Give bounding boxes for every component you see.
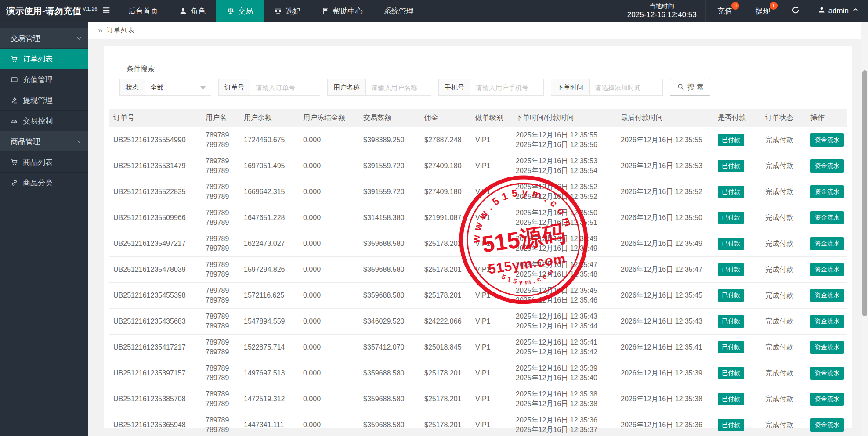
hamburger-icon [102, 6, 111, 16]
paid-status-badge: 已付款 [718, 186, 744, 198]
refresh-button[interactable] [782, 0, 809, 22]
balance-cell: 1597294.826 [239, 257, 299, 283]
order-time-cell: 2025年12月16日 12:35:522025年12月16日 12:35:52 [511, 179, 616, 205]
frozen-cell: 0.000 [299, 153, 359, 179]
sidebar-item-goods-category[interactable]: 商品分类 [0, 173, 88, 193]
balance-cell: 1547894.559 [239, 309, 299, 335]
menu-toggle-button[interactable] [95, 0, 118, 22]
fund-flow-button[interactable]: 资金流水 [810, 367, 844, 380]
sidebar-item-label: 订单列表 [23, 54, 53, 64]
sidebar-item-goods-list[interactable]: 商品列表 [0, 152, 88, 173]
frozen-cell: 0.000 [299, 257, 359, 283]
fund-flow-button[interactable]: 资金流水 [810, 133, 844, 147]
column-header: 订单状态 [761, 109, 806, 127]
fund-flow-button[interactable]: 资金流水 [810, 341, 844, 354]
order-no-label: 订单号 [218, 79, 250, 96]
paid-cell: 已付款 [713, 205, 761, 231]
sidebar-item-recharge-mgmt[interactable]: 充值管理 [0, 69, 88, 90]
nav-item-help[interactable]: 帮助中心 [311, 0, 373, 22]
card-icon [11, 76, 18, 83]
order-time-cell: 2025年12月16日 12:35:492025年12月16日 12:35:49 [511, 231, 616, 257]
top-header: 演示使用-请勿充值 V.1.26 后台首页角色交易选妃帮助中心系统管理 当地时间… [0, 0, 868, 22]
paid-status-badge: 已付款 [718, 160, 744, 172]
username-cell: 789789789789 [201, 335, 239, 360]
sidebar-item-order-list[interactable]: 订单列表 [0, 49, 88, 69]
column-header: 用户名 [201, 109, 239, 127]
order-time-cell: 2025年12月16日 12:35:452025年12月16日 12:35:46 [511, 283, 616, 309]
level-cell: VIP1 [471, 179, 511, 205]
sidebar-item-trade-control[interactable]: 交易控制 [0, 111, 88, 131]
username-cell: 789789789789 [201, 257, 239, 283]
phone-input[interactable] [470, 79, 544, 96]
user-menu[interactable]: admin [809, 0, 868, 22]
fund-flow-button[interactable]: 资金流水 [810, 289, 844, 302]
nav-item-role[interactable]: 角色 [169, 0, 216, 22]
nav-item-xuanfei[interactable]: 选妃 [264, 0, 311, 22]
username-cell: 789789789789 [201, 386, 239, 412]
order-status-cell: 完成付款 [761, 153, 806, 179]
action-cell: 资金流水 [806, 127, 847, 153]
order-status-cell: 完成付款 [761, 205, 806, 231]
recharge-button[interactable]: 充值 0 [705, 0, 744, 22]
table-row: UB25121612354780397897897897891597294.82… [109, 257, 847, 283]
table-row: UB25121612354972177897897897891622473.02… [109, 231, 847, 257]
last-pay-time-cell: 2026年12月16日 12:35:39 [616, 360, 713, 386]
fund-flow-button[interactable]: 资金流水 [810, 185, 844, 198]
balance-cell: 1472519.312 [239, 386, 299, 412]
nav-item-label: 系统管理 [384, 6, 414, 16]
order-no-cell: UB2512161235497217 [109, 231, 201, 257]
order-no-input[interactable] [250, 79, 320, 96]
order-time-cell: 2025年12月16日 12:35:382025年12月16日 12:35:38 [511, 386, 616, 412]
nav-item-trade[interactable]: 交易 [216, 0, 264, 22]
search-button[interactable]: 搜 索 [670, 79, 710, 96]
balance-cell: 1647651.228 [239, 205, 299, 231]
fund-flow-button[interactable]: 资金流水 [810, 418, 844, 432]
column-header: 订单号 [109, 109, 201, 127]
column-header: 操作 [806, 109, 847, 127]
commission-cell: $25178.201 [420, 231, 471, 257]
username-input[interactable] [365, 79, 431, 96]
status-select[interactable]: 全部 [145, 79, 211, 96]
fund-flow-button[interactable]: 资金流水 [810, 211, 844, 224]
search-fieldset: 条件搜索 状态 全部 订单号 用户名称 手 [114, 65, 842, 97]
last-pay-time-cell: 2026年12月16日 12:35:55 [616, 127, 713, 153]
fund-flow-button[interactable]: 资金流水 [810, 315, 844, 328]
fund-flow-button[interactable]: 资金流水 [810, 263, 844, 276]
order-time-input[interactable] [589, 79, 663, 96]
username-cell: 789789789789 [201, 309, 239, 335]
order-no-cell: UB2512161235435683 [109, 309, 201, 335]
recharge-count-badge: 0 [731, 2, 739, 10]
withdraw-button[interactable]: 提现 1 [744, 0, 782, 22]
sidebar-group-trade-mgmt[interactable]: 交易管理 [0, 28, 88, 49]
breadcrumb-icon: » [98, 25, 103, 35]
frozen-cell: 0.000 [299, 179, 359, 205]
sidebar-group-goods-mgmt[interactable]: 商品管理 [0, 131, 88, 152]
person-icon [179, 7, 187, 15]
fund-flow-button[interactable]: 资金流水 [810, 159, 844, 173]
table-row: UB25121612355099667897897897891647651.22… [109, 205, 847, 231]
order-time-cell: 2025年12月16日 12:35:392025年12月16日 12:35:40 [511, 360, 616, 386]
balance-cell: 1522875.714 [239, 335, 299, 360]
scrollbar-thumb[interactable] [862, 70, 867, 316]
amount-cell: $391559.720 [359, 153, 420, 179]
column-header: 佣金 [420, 109, 471, 127]
last-pay-time-cell: 2026年12月16日 12:35:43 [616, 309, 713, 335]
paid-status-badge: 已付款 [718, 238, 744, 250]
nav-item-system[interactable]: 系统管理 [373, 0, 424, 22]
fund-flow-button[interactable]: 资金流水 [810, 237, 844, 250]
order-status-cell: 完成付款 [761, 283, 806, 309]
balance-cell: 1497697.513 [239, 360, 299, 386]
username-label: 用户名称 [327, 79, 366, 96]
balance-cell: 1622473.027 [239, 231, 299, 257]
commission-cell: $25018.845 [420, 335, 471, 360]
order-time-label: 下单时间 [551, 79, 590, 96]
amount-cell: $357412.070 [359, 335, 420, 360]
order-time-cell: 2025年12月16日 12:35:412025年12月16日 12:35:42 [511, 335, 616, 360]
fund-flow-button[interactable]: 资金流水 [810, 393, 844, 406]
action-cell: 资金流水 [806, 205, 847, 231]
commission-cell: $27409.180 [420, 179, 471, 205]
last-pay-time-cell: 2026年12月16日 12:35:53 [616, 153, 713, 179]
nav-item-home[interactable]: 后台首页 [118, 0, 169, 22]
amount-cell: $359688.580 [359, 360, 420, 386]
sidebar-item-withdraw-mgmt[interactable]: 提现管理 [0, 90, 88, 111]
